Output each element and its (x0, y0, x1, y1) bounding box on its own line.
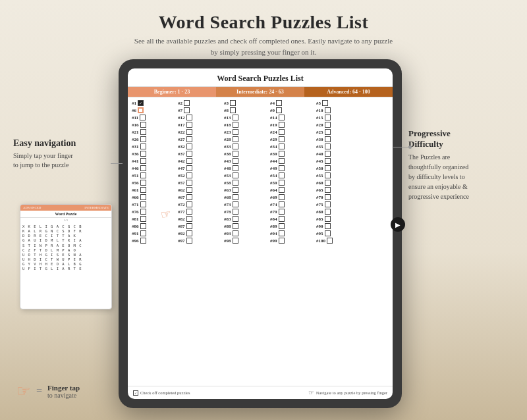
puzzle-checkbox[interactable] (322, 100, 328, 106)
puzzle-cell[interactable]: #96 (132, 238, 177, 244)
beginner-section[interactable]: Beginner: 1 - 23 (128, 87, 216, 97)
puzzle-checkbox[interactable] (325, 201, 331, 207)
puzzle-checkbox[interactable] (279, 122, 285, 128)
puzzle-cell[interactable]: #45 (316, 158, 361, 164)
puzzle-cell[interactable]: #84 (270, 216, 315, 222)
puzzle-checkbox[interactable] (279, 136, 285, 142)
puzzle-checkbox[interactable] (327, 238, 333, 244)
puzzle-cell[interactable]: #100 (316, 238, 361, 244)
puzzle-checkbox[interactable] (140, 151, 146, 157)
puzzle-checkbox[interactable] (279, 144, 285, 149)
puzzle-cell[interactable]: #99 (270, 238, 315, 244)
puzzle-checkbox[interactable] (325, 230, 331, 236)
puzzle-checkbox[interactable] (233, 209, 238, 215)
puzzle-cell[interactable]: #98 (224, 238, 269, 244)
puzzle-cell[interactable]: #87 (178, 223, 223, 229)
puzzle-checkbox[interactable] (230, 107, 236, 113)
puzzle-cell[interactable]: #73 (224, 201, 269, 207)
puzzle-cell[interactable]: #33 (224, 144, 269, 149)
puzzle-checkbox[interactable] (233, 144, 238, 149)
puzzle-cell[interactable]: #9 (270, 107, 315, 113)
puzzle-checkbox[interactable] (279, 238, 285, 244)
puzzle-cell[interactable]: #29 (270, 136, 315, 142)
puzzle-cell[interactable]: #72 (178, 201, 223, 207)
puzzle-checkbox[interactable] (233, 115, 238, 120)
puzzle-cell[interactable]: #40 (316, 151, 361, 157)
puzzle-checkbox[interactable] (186, 136, 192, 142)
puzzle-cell[interactable]: #14 (270, 115, 315, 120)
puzzle-cell[interactable]: #63 (224, 187, 269, 193)
puzzle-checkbox[interactable] (140, 136, 146, 142)
puzzle-cell[interactable]: #17 (178, 122, 223, 128)
puzzle-checkbox[interactable] (186, 230, 192, 236)
puzzle-checkbox[interactable] (186, 194, 192, 200)
puzzle-cell[interactable]: #48 (224, 165, 269, 171)
puzzle-checkbox[interactable] (186, 180, 192, 186)
puzzle-checkbox[interactable] (230, 100, 236, 106)
puzzle-checkbox[interactable] (140, 209, 146, 215)
puzzle-checkbox[interactable] (279, 165, 285, 171)
puzzle-checkbox[interactable] (233, 136, 238, 142)
puzzle-cell[interactable]: #20 (316, 122, 361, 128)
puzzle-cell[interactable]: #22 (178, 129, 223, 135)
puzzle-checkbox[interactable] (279, 129, 285, 135)
puzzle-checkbox[interactable] (186, 115, 192, 120)
puzzle-cell[interactable]: #64 (270, 187, 315, 193)
puzzle-cell[interactable]: #47 (178, 165, 223, 171)
puzzle-checkbox[interactable] (233, 223, 238, 229)
puzzle-cell[interactable]: #66 (132, 194, 177, 200)
puzzle-checkbox[interactable] (233, 194, 238, 200)
puzzle-cell[interactable]: #41 (132, 158, 177, 164)
puzzle-checkbox[interactable] (186, 151, 192, 157)
puzzle-cell[interactable]: #35 (316, 144, 361, 149)
puzzle-cell[interactable]: #28 (224, 136, 269, 142)
puzzle-cell[interactable]: #94 (270, 230, 315, 236)
puzzle-cell[interactable]: #10 (316, 107, 361, 113)
puzzle-checkbox[interactable] (140, 158, 146, 164)
puzzle-cell[interactable]: #31 (132, 144, 177, 149)
puzzle-checkbox[interactable] (325, 151, 331, 157)
puzzle-checkbox[interactable] (325, 129, 331, 135)
puzzle-cell[interactable]: #51 (132, 172, 177, 178)
puzzle-checkbox[interactable] (279, 223, 285, 229)
puzzle-checkbox[interactable] (325, 122, 331, 128)
puzzle-cell[interactable]: #12 (178, 115, 223, 120)
puzzle-checkbox[interactable] (325, 194, 331, 200)
puzzle-checkbox[interactable] (140, 144, 146, 149)
puzzle-cell[interactable]: #82 (178, 216, 223, 222)
puzzle-checkbox[interactable] (279, 180, 285, 186)
puzzle-cell[interactable]: #5 (316, 100, 361, 106)
puzzle-cell[interactable]: #85 (316, 216, 361, 222)
puzzle-cell[interactable]: #42 (178, 158, 223, 164)
puzzle-checkbox[interactable] (186, 216, 192, 222)
puzzle-cell[interactable]: #6 (132, 107, 177, 113)
puzzle-cell[interactable]: #27 (178, 136, 223, 142)
puzzle-checkbox[interactable] (186, 129, 192, 135)
puzzle-cell[interactable]: #80 (316, 209, 361, 215)
puzzle-cell[interactable]: #2 (178, 100, 223, 106)
puzzle-checkbox[interactable] (279, 172, 285, 178)
puzzle-cell[interactable]: #67 (178, 194, 223, 200)
puzzle-checkbox[interactable] (325, 209, 331, 215)
puzzle-checkbox[interactable] (140, 165, 146, 171)
puzzle-checkbox[interactable] (279, 151, 285, 157)
puzzle-cell[interactable]: #58 (224, 180, 269, 186)
puzzle-checkbox[interactable] (140, 194, 146, 200)
puzzle-checkbox[interactable] (276, 100, 282, 106)
puzzle-cell[interactable]: #49 (270, 165, 315, 171)
puzzle-checkbox[interactable] (186, 122, 192, 128)
puzzle-checkbox[interactable] (186, 238, 192, 244)
puzzle-cell[interactable]: #55 (316, 172, 361, 178)
puzzle-cell[interactable]: #39 (270, 151, 315, 157)
puzzle-cell[interactable]: #25 (316, 129, 361, 135)
puzzle-cell[interactable]: #8 (224, 107, 269, 113)
puzzle-checkbox[interactable] (279, 115, 285, 120)
puzzle-cell[interactable]: #54 (270, 172, 315, 178)
puzzle-cell[interactable]: #30 (316, 136, 361, 142)
puzzle-cell[interactable]: #70 (316, 194, 361, 200)
puzzle-checkbox[interactable] (325, 180, 331, 186)
puzzle-checkbox[interactable] (140, 230, 146, 236)
puzzle-checkbox[interactable] (325, 144, 331, 149)
puzzle-cell[interactable]: #44 (270, 158, 315, 164)
puzzle-checkbox[interactable] (279, 201, 285, 207)
